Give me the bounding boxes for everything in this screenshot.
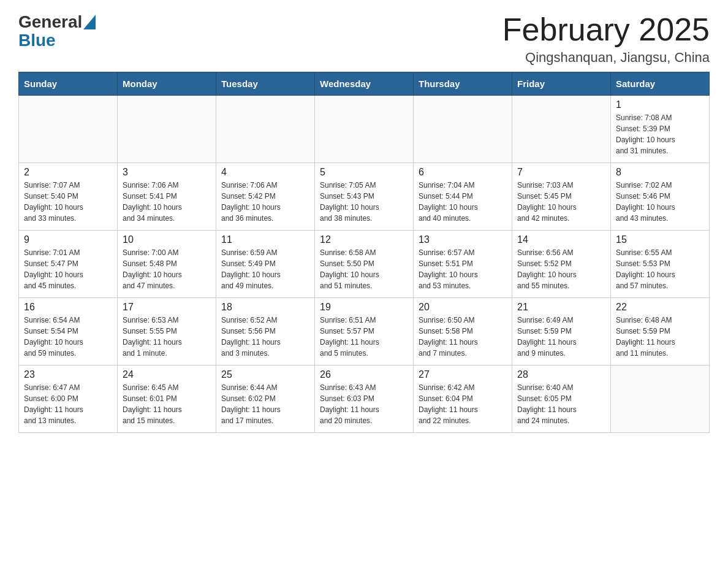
day-number: 18 <box>221 302 309 313</box>
calendar-day-cell: 7Sunrise: 7:03 AM Sunset: 5:45 PM Daylig… <box>512 163 611 231</box>
calendar-day-cell <box>216 96 315 163</box>
day-number: 15 <box>616 234 704 245</box>
day-number: 16 <box>24 302 112 313</box>
calendar-day-header: Sunday <box>19 72 118 96</box>
calendar-day-cell: 22Sunrise: 6:48 AM Sunset: 5:59 PM Dayli… <box>611 298 710 366</box>
day-number: 13 <box>419 234 507 245</box>
calendar-week-row: 9Sunrise: 7:01 AM Sunset: 5:47 PM Daylig… <box>19 231 710 298</box>
day-info: Sunrise: 6:47 AM Sunset: 6:00 PM Dayligh… <box>24 382 112 426</box>
day-info: Sunrise: 7:03 AM Sunset: 5:45 PM Dayligh… <box>517 180 605 224</box>
calendar-table: SundayMondayTuesdayWednesdayThursdayFrid… <box>18 72 710 433</box>
day-info: Sunrise: 7:01 AM Sunset: 5:47 PM Dayligh… <box>24 247 112 291</box>
calendar-header-row: SundayMondayTuesdayWednesdayThursdayFrid… <box>19 72 710 96</box>
calendar-day-cell: 6Sunrise: 7:04 AM Sunset: 5:44 PM Daylig… <box>414 163 512 231</box>
day-number: 20 <box>419 302 507 313</box>
calendar-day-cell: 20Sunrise: 6:50 AM Sunset: 5:58 PM Dayli… <box>414 298 512 366</box>
day-info: Sunrise: 7:06 AM Sunset: 5:42 PM Dayligh… <box>221 180 309 224</box>
logo-triangle-icon <box>83 15 96 29</box>
day-number: 7 <box>517 167 605 178</box>
calendar-day-cell: 21Sunrise: 6:49 AM Sunset: 5:59 PM Dayli… <box>512 298 611 366</box>
day-number: 11 <box>221 234 309 245</box>
calendar-day-cell: 10Sunrise: 7:00 AM Sunset: 5:48 PM Dayli… <box>118 231 216 298</box>
svg-marker-0 <box>83 15 96 29</box>
day-info: Sunrise: 7:04 AM Sunset: 5:44 PM Dayligh… <box>419 180 507 224</box>
calendar-day-header: Friday <box>512 72 611 96</box>
day-number: 14 <box>517 234 605 245</box>
day-info: Sunrise: 6:50 AM Sunset: 5:58 PM Dayligh… <box>419 315 507 359</box>
day-number: 19 <box>320 302 408 313</box>
day-info: Sunrise: 7:00 AM Sunset: 5:48 PM Dayligh… <box>123 247 211 291</box>
calendar-day-cell: 25Sunrise: 6:44 AM Sunset: 6:02 PM Dayli… <box>216 366 315 433</box>
calendar-day-cell: 28Sunrise: 6:40 AM Sunset: 6:05 PM Dayli… <box>512 366 611 433</box>
calendar-day-cell: 17Sunrise: 6:53 AM Sunset: 5:55 PM Dayli… <box>118 298 216 366</box>
calendar-day-header: Monday <box>118 72 216 96</box>
day-number: 26 <box>320 369 408 380</box>
day-info: Sunrise: 6:52 AM Sunset: 5:56 PM Dayligh… <box>221 315 309 359</box>
day-info: Sunrise: 6:45 AM Sunset: 6:01 PM Dayligh… <box>123 382 211 426</box>
calendar-day-cell <box>611 366 710 433</box>
calendar-day-cell: 24Sunrise: 6:45 AM Sunset: 6:01 PM Dayli… <box>118 366 216 433</box>
day-number: 8 <box>616 167 704 178</box>
day-info: Sunrise: 6:54 AM Sunset: 5:54 PM Dayligh… <box>24 315 112 359</box>
calendar-day-cell <box>512 96 611 163</box>
day-number: 12 <box>320 234 408 245</box>
calendar-day-header: Saturday <box>611 72 710 96</box>
day-info: Sunrise: 6:53 AM Sunset: 5:55 PM Dayligh… <box>123 315 211 359</box>
calendar-day-cell: 26Sunrise: 6:43 AM Sunset: 6:03 PM Dayli… <box>315 366 414 433</box>
logo: General Blue <box>18 12 96 50</box>
day-info: Sunrise: 6:58 AM Sunset: 5:50 PM Dayligh… <box>320 247 408 291</box>
calendar-day-header: Thursday <box>414 72 512 96</box>
day-number: 6 <box>419 167 507 178</box>
day-number: 10 <box>123 234 211 245</box>
day-number: 3 <box>123 167 211 178</box>
calendar-day-cell <box>315 96 414 163</box>
day-info: Sunrise: 6:55 AM Sunset: 5:53 PM Dayligh… <box>616 247 704 291</box>
calendar-day-cell: 19Sunrise: 6:51 AM Sunset: 5:57 PM Dayli… <box>315 298 414 366</box>
page-header: General Blue February 2025 Qingshanquan,… <box>18 12 710 66</box>
title-block: February 2025 Qingshanquan, Jiangsu, Chi… <box>502 12 710 66</box>
calendar-day-cell: 14Sunrise: 6:56 AM Sunset: 5:52 PM Dayli… <box>512 231 611 298</box>
calendar-day-cell <box>414 96 512 163</box>
day-info: Sunrise: 7:02 AM Sunset: 5:46 PM Dayligh… <box>616 180 704 224</box>
day-info: Sunrise: 6:51 AM Sunset: 5:57 PM Dayligh… <box>320 315 408 359</box>
day-info: Sunrise: 6:40 AM Sunset: 6:05 PM Dayligh… <box>517 382 605 426</box>
day-info: Sunrise: 6:44 AM Sunset: 6:02 PM Dayligh… <box>221 382 309 426</box>
calendar-day-cell: 3Sunrise: 7:06 AM Sunset: 5:41 PM Daylig… <box>118 163 216 231</box>
day-number: 28 <box>517 369 605 380</box>
calendar-day-header: Tuesday <box>216 72 315 96</box>
day-number: 17 <box>123 302 211 313</box>
day-number: 5 <box>320 167 408 178</box>
day-info: Sunrise: 6:48 AM Sunset: 5:59 PM Dayligh… <box>616 315 704 359</box>
calendar-day-cell: 11Sunrise: 6:59 AM Sunset: 5:49 PM Dayli… <box>216 231 315 298</box>
calendar-day-cell: 23Sunrise: 6:47 AM Sunset: 6:00 PM Dayli… <box>19 366 118 433</box>
calendar-day-cell: 1Sunrise: 7:08 AM Sunset: 5:39 PM Daylig… <box>611 96 710 163</box>
day-number: 4 <box>221 167 309 178</box>
calendar-day-cell: 9Sunrise: 7:01 AM Sunset: 5:47 PM Daylig… <box>19 231 118 298</box>
day-info: Sunrise: 6:57 AM Sunset: 5:51 PM Dayligh… <box>419 247 507 291</box>
day-number: 27 <box>419 369 507 380</box>
calendar-day-cell <box>118 96 216 163</box>
month-title: February 2025 <box>502 12 710 47</box>
calendar-day-cell: 4Sunrise: 7:06 AM Sunset: 5:42 PM Daylig… <box>216 163 315 231</box>
day-number: 9 <box>24 234 112 245</box>
calendar-day-cell: 27Sunrise: 6:42 AM Sunset: 6:04 PM Dayli… <box>414 366 512 433</box>
calendar-day-cell: 2Sunrise: 7:07 AM Sunset: 5:40 PM Daylig… <box>19 163 118 231</box>
day-number: 21 <box>517 302 605 313</box>
day-number: 1 <box>616 99 704 110</box>
day-number: 22 <box>616 302 704 313</box>
calendar-day-cell: 18Sunrise: 6:52 AM Sunset: 5:56 PM Dayli… <box>216 298 315 366</box>
day-info: Sunrise: 7:08 AM Sunset: 5:39 PM Dayligh… <box>616 112 704 156</box>
day-number: 23 <box>24 369 112 380</box>
calendar-day-header: Wednesday <box>315 72 414 96</box>
calendar-day-cell: 16Sunrise: 6:54 AM Sunset: 5:54 PM Dayli… <box>19 298 118 366</box>
day-info: Sunrise: 7:07 AM Sunset: 5:40 PM Dayligh… <box>24 180 112 224</box>
calendar-day-cell: 12Sunrise: 6:58 AM Sunset: 5:50 PM Dayli… <box>315 231 414 298</box>
calendar-day-cell: 15Sunrise: 6:55 AM Sunset: 5:53 PM Dayli… <box>611 231 710 298</box>
day-number: 2 <box>24 167 112 178</box>
calendar-day-cell: 8Sunrise: 7:02 AM Sunset: 5:46 PM Daylig… <box>611 163 710 231</box>
calendar-day-cell: 13Sunrise: 6:57 AM Sunset: 5:51 PM Dayli… <box>414 231 512 298</box>
calendar-week-row: 16Sunrise: 6:54 AM Sunset: 5:54 PM Dayli… <box>19 298 710 366</box>
day-info: Sunrise: 7:05 AM Sunset: 5:43 PM Dayligh… <box>320 180 408 224</box>
day-info: Sunrise: 6:43 AM Sunset: 6:03 PM Dayligh… <box>320 382 408 426</box>
calendar-day-cell <box>19 96 118 163</box>
